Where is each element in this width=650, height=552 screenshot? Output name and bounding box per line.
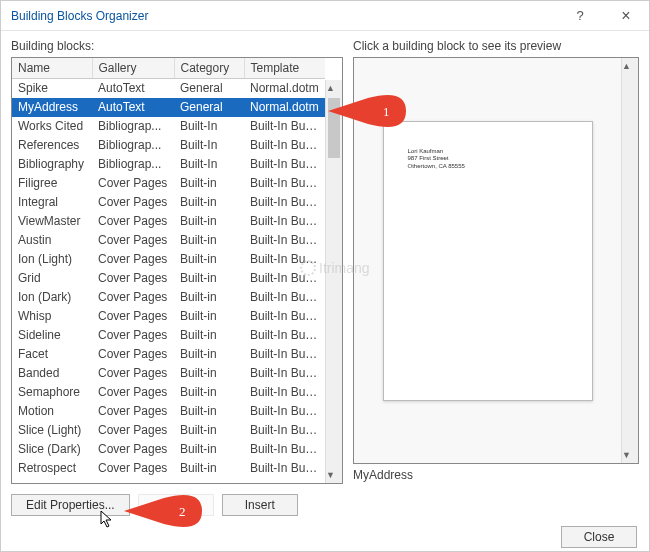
table-row[interactable]: FacetCover PagesBuilt-inBuilt-In Buil... [12, 345, 325, 364]
titlebar: Building Blocks Organizer ? × [1, 1, 649, 31]
cell-template: Built-In Buil... [244, 231, 325, 250]
building-blocks-table: Name Gallery Category Template SpikeAuto… [11, 57, 343, 484]
cell-category: Built-in [174, 459, 244, 478]
cell-name: Filigree [12, 174, 92, 193]
table-row[interactable]: SpikeAutoTextGeneralNormal.dotm [12, 79, 325, 98]
scroll-down-icon[interactable]: ▼ [326, 467, 335, 483]
cell-category: Built-In [174, 155, 244, 174]
cell-gallery: AutoText [92, 98, 174, 117]
cell-name: Retrospect [12, 459, 92, 478]
cell-name: Ion (Light) [12, 250, 92, 269]
cell-category: Built-in [174, 402, 244, 421]
cell-gallery: Cover Pages [92, 212, 174, 231]
col-category[interactable]: Category [174, 58, 244, 79]
cell-template: Built-In Buil... [244, 193, 325, 212]
table-row[interactable]: MyAddressAutoTextGeneralNormal.dotm [12, 98, 325, 117]
cell-template: Built-In Buil... [244, 402, 325, 421]
scroll-up-icon[interactable]: ▲ [326, 80, 335, 96]
cell-name: Sideline [12, 326, 92, 345]
cell-name: MyAddress [12, 98, 92, 117]
cell-name: References [12, 136, 92, 155]
cell-template: Built-In Buil... [244, 383, 325, 402]
table-row[interactable]: BibliographyBibliograp...Built-InBuilt-I… [12, 155, 325, 174]
close-dialog-button[interactable]: Close [561, 526, 637, 548]
cell-category: General [174, 79, 244, 98]
cell-category: Built-in [174, 174, 244, 193]
cell-category: Built-in [174, 326, 244, 345]
preview-box: Lori Kaufman 987 First Street Othertown,… [353, 57, 639, 464]
cell-name: Ion (Dark) [12, 288, 92, 307]
cell-gallery: Cover Pages [92, 345, 174, 364]
right-button-row: Close [1, 516, 649, 552]
table-row[interactable]: IntegralCover PagesBuilt-inBuilt-In Buil… [12, 193, 325, 212]
preview-scroll-up-icon[interactable]: ▲ [622, 58, 631, 74]
cell-template: Built-In Buil... [244, 250, 325, 269]
close-button[interactable]: × [603, 1, 649, 31]
cell-name: Whisp [12, 307, 92, 326]
table-row[interactable]: SemaphoreCover PagesBuilt-inBuilt-In Bui… [12, 383, 325, 402]
table-row[interactable]: BandedCover PagesBuilt-inBuilt-In Buil..… [12, 364, 325, 383]
cell-template: Built-In Buil... [244, 307, 325, 326]
delete-button[interactable]: Delete [138, 494, 214, 516]
preview-item-name: MyAddress [353, 468, 639, 482]
preview-page: Lori Kaufman 987 First Street Othertown,… [383, 121, 593, 401]
cell-gallery: Cover Pages [92, 402, 174, 421]
cell-gallery: Cover Pages [92, 269, 174, 288]
cell-gallery: Bibliograp... [92, 155, 174, 174]
table-row[interactable]: SidelineCover PagesBuilt-inBuilt-In Buil… [12, 326, 325, 345]
preview-scrollbar[interactable]: ▲ ▼ [621, 58, 638, 463]
cell-gallery: Cover Pages [92, 231, 174, 250]
col-gallery[interactable]: Gallery [92, 58, 174, 79]
table-row[interactable]: Ion (Light)Cover PagesBuilt-inBuilt-In B… [12, 250, 325, 269]
cell-template: Built-In Buil... [244, 212, 325, 231]
cell-gallery: Cover Pages [92, 288, 174, 307]
help-button[interactable]: ? [557, 1, 603, 31]
cell-name: ViewMaster [12, 212, 92, 231]
building-blocks-label: Building blocks: [11, 39, 343, 53]
cell-gallery: Cover Pages [92, 193, 174, 212]
table-row[interactable]: GridCover PagesBuilt-inBuilt-In Buil... [12, 269, 325, 288]
table-row[interactable]: Ion (Dark)Cover PagesBuilt-inBuilt-In Bu… [12, 288, 325, 307]
cell-name: Motion [12, 402, 92, 421]
table-row[interactable]: AustinCover PagesBuilt-inBuilt-In Buil..… [12, 231, 325, 250]
table-row[interactable]: Slice (Light)Cover PagesBuilt-inBuilt-In… [12, 421, 325, 440]
cell-template: Built-In Buil... [244, 459, 325, 478]
cell-template: Normal.dotm [244, 98, 325, 117]
cell-name: Bibliography [12, 155, 92, 174]
table-row[interactable]: Works CitedBibliograp...Built-InBuilt-In… [12, 117, 325, 136]
cell-gallery: Bibliograp... [92, 117, 174, 136]
table-row[interactable]: MotionCover PagesBuilt-inBuilt-In Buil..… [12, 402, 325, 421]
cell-category: Built-in [174, 193, 244, 212]
building-blocks-pane: Building blocks: Name Gallery Category T… [11, 39, 343, 484]
cell-template: Built-In Buil... [244, 174, 325, 193]
cell-template: Built-In Buil... [244, 117, 325, 136]
col-template[interactable]: Template [244, 58, 325, 79]
table-row[interactable]: FiligreeCover PagesBuilt-inBuilt-In Buil… [12, 174, 325, 193]
cell-name: Slice (Light) [12, 421, 92, 440]
cell-category: Built-in [174, 383, 244, 402]
cell-category: Built-in [174, 212, 244, 231]
table-row[interactable]: ReferencesBibliograp...Built-InBuilt-In … [12, 136, 325, 155]
col-name[interactable]: Name [12, 58, 92, 79]
table-row[interactable]: Slice (Dark)Cover PagesBuilt-inBuilt-In … [12, 440, 325, 459]
cell-category: Built-in [174, 440, 244, 459]
cell-category: Built-in [174, 269, 244, 288]
table-row[interactable]: ViewMasterCover PagesBuilt-inBuilt-In Bu… [12, 212, 325, 231]
window-title: Building Blocks Organizer [11, 9, 557, 23]
cell-gallery: Cover Pages [92, 383, 174, 402]
table-header-row: Name Gallery Category Template [12, 58, 325, 79]
cell-category: Built-In [174, 136, 244, 155]
cell-category: Built-in [174, 421, 244, 440]
table-row[interactable]: RetrospectCover PagesBuilt-inBuilt-In Bu… [12, 459, 325, 478]
preview-scroll-down-icon[interactable]: ▼ [622, 447, 631, 463]
cell-name: Austin [12, 231, 92, 250]
cell-name: Slice (Dark) [12, 440, 92, 459]
scroll-thumb[interactable] [328, 98, 340, 158]
edit-properties-button[interactable]: Edit Properties... [11, 494, 130, 516]
table-scrollbar[interactable]: ▲ ▼ [325, 80, 342, 483]
table-row[interactable]: WhispCover PagesBuilt-inBuilt-In Buil... [12, 307, 325, 326]
insert-button[interactable]: Insert [222, 494, 298, 516]
left-button-row: Edit Properties... Delete Insert [1, 488, 649, 516]
cell-template: Built-In Buil... [244, 269, 325, 288]
cell-gallery: Cover Pages [92, 421, 174, 440]
